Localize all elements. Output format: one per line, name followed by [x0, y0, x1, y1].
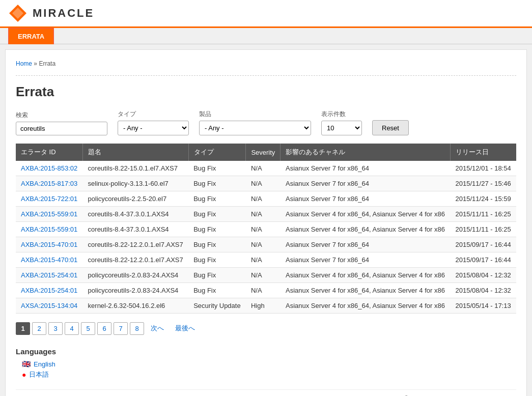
languages-section: Languages 🇬🇧 English ● 日本語 [16, 347, 516, 379]
count-select[interactable]: 10 25 50 100 [321, 121, 362, 135]
cell-type: Bug Fix [188, 191, 246, 207]
cell-title: policycoreutils-2.0.83-24.AXS4 [83, 268, 189, 283]
table-row: AXBA:2015-722:01 policycoreutils-2.2.5-2… [16, 191, 516, 207]
cell-channels: Asianux Server 4 for x86_64, Asianux Ser… [281, 268, 451, 283]
languages-title: Languages [16, 347, 516, 356]
page-btn-4[interactable]: 4 [65, 322, 79, 335]
page-btn-8[interactable]: 8 [130, 322, 144, 335]
cell-title: coreutils-8.22-15.0.1.el7.AXS7 [83, 161, 189, 176]
errata-id-link[interactable]: AXBA:2015-470:01 [21, 256, 77, 264]
footer: Copyright© 2007-2015 Asianux. All rights… [16, 389, 516, 396]
search-input[interactable] [16, 122, 107, 135]
cell-id: AXBA:2015-559:01 [16, 207, 83, 222]
logo: MIRACLE [8, 4, 94, 23]
table-row: AXBA:2015-559:01 coreutils-8.4-37.3.0.1.… [16, 222, 516, 237]
cell-severity: N/A [246, 222, 281, 237]
cell-channels: Asianux Server 4 for x86_64, Asianux Ser… [281, 298, 451, 314]
page-btn-1[interactable]: 1 [16, 322, 30, 335]
breadcrumb-separator: » [34, 60, 37, 67]
col-header-release: リリース日 [451, 144, 516, 161]
language-link-en[interactable]: English [34, 360, 55, 368]
cell-type: Bug Fix [188, 222, 246, 237]
table-row: AXBA:2015-254:01 policycoreutils-2.0.83-… [16, 283, 516, 298]
errata-id-link[interactable]: AXBA:2015-470:01 [21, 241, 77, 248]
count-label: 表示件数 [321, 110, 362, 119]
cell-severity: N/A [246, 237, 281, 252]
cell-id: AXBA:2015-559:01 [16, 222, 83, 237]
cell-channels: Asianux Server 4 for x86_64, Asianux Ser… [281, 207, 451, 222]
errata-id-link[interactable]: AXBA:2015-254:01 [21, 271, 77, 279]
errata-id-link[interactable]: AXSA:2015-134:04 [21, 302, 77, 309]
logo-text: MIRACLE [33, 7, 94, 20]
errata-id-link[interactable]: AXBA:2015-559:01 [21, 210, 77, 218]
table-row: AXBA:2015-853:02 coreutils-8.22-15.0.1.e… [16, 161, 516, 176]
cell-release: 2015/05/14 - 17:13 [451, 298, 516, 314]
reset-button[interactable]: Reset [372, 120, 409, 135]
page-btn-2[interactable]: 2 [32, 322, 46, 335]
table-body: AXBA:2015-853:02 coreutils-8.22-15.0.1.e… [16, 161, 516, 314]
language-list: 🇬🇧 English ● 日本語 [16, 360, 516, 379]
flag-en: 🇬🇧 [22, 360, 31, 368]
cell-channels: Asianux Server 7 for x86_64 [281, 161, 451, 176]
errata-table: エラータ ID 題名 タイプ Severity 影響のあるチャネル リリース日 … [16, 144, 516, 314]
last-page-link[interactable]: 最後へ [171, 322, 200, 335]
next-page-link[interactable]: 次へ [146, 322, 169, 335]
page-btn-5[interactable]: 5 [81, 322, 95, 335]
table-row: AXBA:2015-559:01 coreutils-8.4-37.3.0.1.… [16, 207, 516, 222]
cell-type: Bug Fix [188, 252, 246, 268]
table-row: AXBA:2015-470:01 coreutils-8.22-12.2.0.1… [16, 252, 516, 268]
cell-id: AXBA:2015-817:03 [16, 176, 83, 191]
cell-severity: N/A [246, 283, 281, 298]
errata-id-link[interactable]: AXBA:2015-853:02 [21, 164, 77, 172]
cell-release: 2015/09/17 - 16:44 [451, 237, 516, 252]
flag-ja: ● [22, 371, 26, 379]
nav-tabs: ERRATA [0, 28, 532, 44]
col-header-type: タイプ [188, 144, 246, 161]
cell-id: AXSA:2015-134:04 [16, 298, 83, 314]
logo-icon [8, 4, 27, 23]
cell-type: Bug Fix [188, 268, 246, 283]
cell-severity: N/A [246, 268, 281, 283]
cell-release: 2015/11/27 - 15:46 [451, 176, 516, 191]
product-label: 製品 [199, 110, 311, 119]
page-btn-6[interactable]: 6 [97, 322, 111, 335]
cell-severity: N/A [246, 176, 281, 191]
page-title: Errata [16, 84, 516, 100]
page-btn-7[interactable]: 7 [114, 322, 128, 335]
cell-release: 2015/08/04 - 12:32 [451, 283, 516, 298]
filter-search-group: 検索 [16, 111, 107, 135]
errata-id-link[interactable]: AXBA:2015-817:03 [21, 180, 77, 187]
table-row: AXBA:2015-254:01 policycoreutils-2.0.83-… [16, 268, 516, 283]
col-header-id: エラータ ID [16, 144, 83, 161]
breadcrumb: Home » Errata [16, 60, 516, 67]
filter-row: 検索 タイプ - Any - Bug Fix Security Update E… [16, 110, 516, 135]
product-select[interactable]: - Any - Asianux Server 4 for x86_64 Asia… [199, 121, 311, 135]
cell-id: AXBA:2015-853:02 [16, 161, 83, 176]
cell-type: Bug Fix [188, 161, 246, 176]
cell-severity: N/A [246, 191, 281, 207]
errata-id-link[interactable]: AXBA:2015-722:01 [21, 195, 77, 203]
table-header-row: エラータ ID 題名 タイプ Severity 影響のあるチャネル リリース日 [16, 144, 516, 161]
cell-id: AXBA:2015-722:01 [16, 191, 83, 207]
col-header-channels: 影響のあるチャネル [281, 144, 451, 161]
cell-title: coreutils-8.4-37.3.0.1.AXS4 [83, 222, 189, 237]
language-link-ja[interactable]: 日本語 [29, 370, 49, 379]
page-btn-3[interactable]: 3 [48, 322, 63, 335]
language-item-en: 🇬🇧 English [22, 360, 516, 368]
cell-title: kernel-2.6.32-504.16.2.el6 [83, 298, 189, 314]
cell-severity: High [246, 298, 281, 314]
errata-id-link[interactable]: AXBA:2015-254:01 [21, 287, 77, 294]
cell-channels: Asianux Server 7 for x86_64 [281, 237, 451, 252]
errata-id-link[interactable]: AXBA:2015-559:01 [21, 225, 77, 233]
cell-type: Bug Fix [188, 237, 246, 252]
table-row: AXSA:2015-134:04 kernel-2.6.32-504.16.2.… [16, 298, 516, 314]
table-row: AXBA:2015-470:01 coreutils-8.22-12.2.0.1… [16, 237, 516, 252]
type-select[interactable]: - Any - Bug Fix Security Update Enhancem… [118, 121, 189, 135]
cell-severity: N/A [246, 252, 281, 268]
breadcrumb-home[interactable]: Home [16, 60, 32, 67]
errata-tab[interactable]: ERRATA [8, 28, 54, 44]
pagination: 1 2 3 4 5 6 7 8 次へ 最後へ [16, 322, 516, 335]
cell-type: Bug Fix [188, 176, 246, 191]
cell-id: AXBA:2015-470:01 [16, 252, 83, 268]
language-item-ja: ● 日本語 [22, 370, 516, 379]
